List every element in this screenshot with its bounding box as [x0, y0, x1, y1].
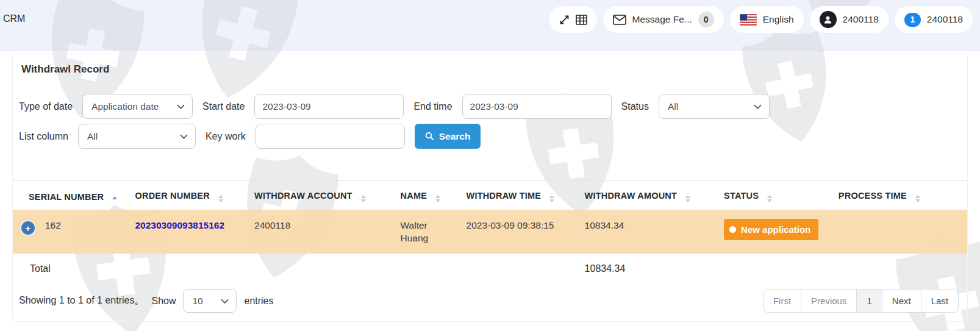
name-value: Walter Huang	[396, 210, 462, 254]
column-withdraw-time[interactable]: WITHDRAW TIME	[462, 181, 580, 210]
withdraw-record-card: Withdrawl Record Type of date Applicatio…	[12, 54, 968, 322]
message-feedback-label: Message Fe...	[632, 14, 692, 25]
sort-icon	[767, 195, 772, 202]
column-name[interactable]: NAME	[396, 181, 462, 210]
withdraw-record-table: SERIAL NUMBER ORDER NUMBER WITHDRAW ACCO…	[13, 180, 967, 284]
chevron-down-icon	[754, 104, 762, 109]
status-select[interactable]: All	[659, 94, 770, 119]
user-id-label: 2400118	[843, 14, 879, 25]
page-title: Withdrawl Record	[21, 63, 967, 76]
search-button[interactable]: Search	[415, 124, 481, 149]
total-label: Total	[13, 254, 130, 284]
chevron-down-icon	[177, 104, 185, 109]
total-row: Total 10834.34	[13, 254, 967, 284]
withdraw-account-value: 2400118	[249, 210, 395, 254]
pagination-last[interactable]: Last	[921, 289, 959, 313]
table-grid-icon[interactable]	[576, 15, 587, 25]
entries-label: entries	[244, 296, 273, 307]
us-flag-icon	[740, 14, 757, 26]
list-column-label: List column	[19, 131, 68, 142]
column-withdraw-amount[interactable]: WITHDRAW AMOUNT	[580, 181, 719, 210]
fullscreen-icon[interactable]	[559, 15, 570, 25]
list-column-select[interactable]: All	[78, 124, 196, 149]
message-feedback-pill[interactable]: Message Fe... 0	[603, 6, 724, 33]
key-work-label: Key work	[206, 131, 246, 142]
pagination-next[interactable]: Next	[882, 289, 921, 313]
start-date-input[interactable]	[254, 94, 404, 119]
start-date-label: Start date	[202, 101, 245, 112]
type-of-date-label: Type of date	[19, 101, 73, 112]
expand-row-button[interactable]: +	[20, 220, 36, 236]
table-header-row: SERIAL NUMBER ORDER NUMBER WITHDRAW ACCO…	[13, 181, 967, 210]
view-tools-pill[interactable]	[549, 6, 597, 33]
status-label: Status	[621, 101, 649, 112]
account-id-label: 2400118	[927, 14, 963, 25]
pagination: First Previous 1 Next Last	[763, 289, 959, 313]
end-time-label: End time	[413, 101, 452, 112]
search-icon	[425, 132, 434, 141]
chevron-down-icon	[180, 134, 188, 139]
status-dot-icon	[729, 226, 736, 233]
chevron-down-icon	[221, 299, 229, 304]
pagination-previous[interactable]: Previous	[801, 289, 857, 313]
envelope-icon	[613, 15, 626, 25]
sort-icon	[915, 195, 920, 202]
show-label: Show	[151, 296, 176, 307]
key-work-input[interactable]	[256, 124, 405, 149]
column-withdraw-account[interactable]: WITHDRAW ACCOUNT	[249, 181, 395, 210]
filter-panel: Type of date Application date Start date…	[19, 94, 967, 149]
order-number-link[interactable]: 20230309093815162	[135, 220, 224, 230]
process-time-value	[834, 210, 967, 254]
pagination-page-1[interactable]: 1	[856, 289, 882, 313]
status-badge: New application	[724, 219, 818, 240]
topbar-actions: Message Fe... 0 English	[549, 6, 973, 33]
user-pill[interactable]: 2400118	[810, 6, 889, 33]
language-pill[interactable]: English	[730, 6, 804, 33]
message-count-badge: 0	[698, 12, 714, 27]
language-label: English	[763, 14, 794, 25]
column-order-number[interactable]: ORDER NUMBER	[130, 181, 249, 210]
sort-icon	[549, 195, 554, 202]
sort-icon	[218, 195, 223, 202]
column-serial-number[interactable]: SERIAL NUMBER	[13, 181, 130, 210]
showing-entries-text: Showing 1 to 1 of 1 entries。	[19, 294, 144, 307]
pagination-first[interactable]: First	[763, 289, 801, 313]
end-time-input[interactable]	[462, 94, 612, 119]
column-process-time[interactable]: PROCESS TIME	[834, 181, 967, 210]
sort-asc-icon	[112, 196, 117, 199]
page-size-select[interactable]: 10	[183, 289, 237, 313]
notification-count-badge: 1	[904, 13, 921, 27]
serial-number-value: 162	[45, 219, 61, 232]
sort-icon	[685, 195, 690, 202]
withdraw-amount-value: 10834.34	[580, 210, 719, 254]
sort-icon	[361, 195, 366, 202]
withdraw-time-value: 2023-03-09 09:38:15	[462, 210, 580, 254]
column-status[interactable]: STATUS	[719, 181, 834, 210]
type-of-date-select[interactable]: Application date	[82, 94, 193, 119]
brand-crm: CRM	[3, 13, 25, 24]
account-pill[interactable]: 1 2400118	[895, 6, 973, 33]
table-footer: Showing 1 to 1 of 1 entries。 Show 10 ent…	[19, 289, 959, 313]
sort-icon	[435, 195, 440, 202]
total-amount-value: 10834.34	[580, 254, 719, 284]
table-row: + 162 20230309093815162 2400118 Walter H…	[13, 210, 967, 254]
user-avatar-icon	[820, 11, 837, 28]
